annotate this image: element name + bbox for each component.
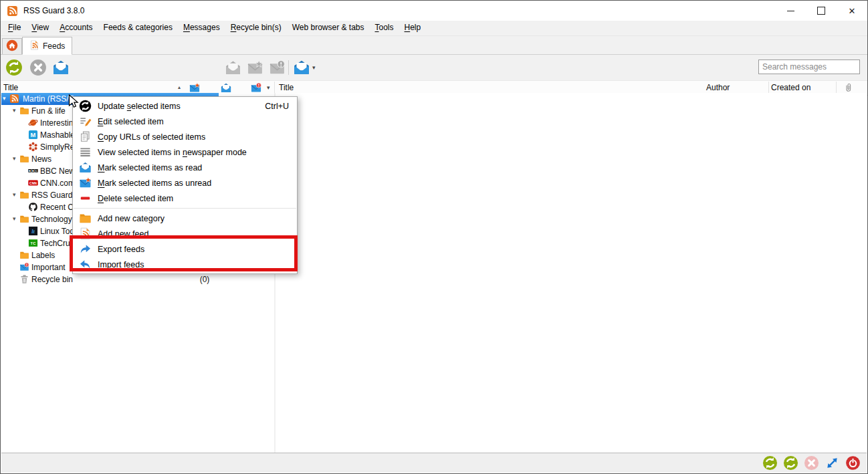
folder-icon xyxy=(19,106,29,116)
refresh-icon xyxy=(78,100,92,113)
expander-icon[interactable]: ▾ xyxy=(13,191,16,198)
rss-guard-window: RSS Guard 3.8.0 ✕ File View Accounts Fee… xyxy=(0,0,868,474)
stop-update-button[interactable] xyxy=(804,455,819,471)
feed-title: Mashable xyxy=(40,130,75,140)
minus-icon xyxy=(78,192,92,205)
sort-ascending-icon[interactable]: ▴ xyxy=(178,84,181,90)
mark-message-important-button[interactable] xyxy=(267,58,286,77)
feed-title: Fun & life xyxy=(31,106,66,116)
quit-button[interactable] xyxy=(845,455,861,471)
menu-item-label: Mark selected items as unread xyxy=(98,179,211,188)
context-menu-item[interactable]: Delete selected item xyxy=(73,191,297,206)
paperclip-icon[interactable] xyxy=(841,82,855,94)
mark-message-read-button[interactable] xyxy=(223,58,242,77)
minimize-icon xyxy=(787,11,794,11)
context-menu-item[interactable]: View selected items in newspaper mode xyxy=(73,144,297,160)
export-arrow-icon xyxy=(78,243,92,256)
message-created-header[interactable]: Created on xyxy=(771,83,810,92)
context-menu-item[interactable]: Mark selected items as unread xyxy=(73,175,297,191)
github-icon xyxy=(28,202,38,212)
feed-title: TechCrun xyxy=(40,239,74,248)
feed-title: Linux Tod xyxy=(40,227,74,236)
main-toolbar: ▾ xyxy=(1,55,867,81)
menu-bar: File View Accounts Feeds & categories Me… xyxy=(1,21,867,36)
menu-feeds-categories[interactable]: Feeds & categories xyxy=(98,21,178,35)
menu-recycle-bins[interactable]: Recycle bin(s) xyxy=(225,21,287,35)
import-arrow-icon xyxy=(78,258,92,271)
menu-accounts[interactable]: Accounts xyxy=(54,21,98,35)
tab-feeds[interactable]: Feeds xyxy=(22,37,72,55)
menu-item-label: Mark selected items as read xyxy=(98,163,202,172)
window-title: RSS Guard 3.8.0 xyxy=(23,6,84,15)
minimize-button[interactable] xyxy=(775,1,806,21)
envelope-star-icon[interactable] xyxy=(187,82,202,94)
context-menu-item[interactable]: Update selected itemsCtrl+U xyxy=(73,98,297,114)
status-bar xyxy=(1,453,867,473)
feed-title: News xyxy=(31,154,51,164)
edit-icon xyxy=(78,115,92,128)
update-all-feeds-button[interactable] xyxy=(5,58,23,77)
context-menu-item[interactable]: Edit selected item xyxy=(73,114,297,129)
feed-list-title-header[interactable]: Title xyxy=(3,83,18,92)
context-menu-item[interactable]: Import feeds xyxy=(73,257,297,272)
menu-view[interactable]: View xyxy=(26,21,54,35)
maximize-button[interactable] xyxy=(806,1,837,21)
mark-read-button[interactable] xyxy=(51,58,70,77)
context-menu-item[interactable]: Add new feed xyxy=(73,226,297,241)
cnn-icon xyxy=(28,178,38,188)
mark-all-read-button[interactable] xyxy=(292,58,311,77)
menu-item-label: Delete selected item xyxy=(98,194,173,203)
rss-page-icon xyxy=(29,40,39,52)
menu-web-browser-tabs[interactable]: Web browser & tabs xyxy=(287,21,370,35)
toolbar-separator xyxy=(288,60,289,75)
envelope-open-icon xyxy=(78,161,92,174)
update-feeds-button[interactable] xyxy=(762,455,778,471)
feed-title: Recent C xyxy=(40,203,74,212)
menu-messages[interactable]: Messages xyxy=(178,21,225,35)
maximize-icon xyxy=(817,7,825,15)
feed-title: Martin (RSS/R xyxy=(23,94,74,104)
expander-icon[interactable]: ▾ xyxy=(13,215,16,222)
message-author-header[interactable]: Author xyxy=(706,83,730,92)
copy-icon xyxy=(78,130,92,144)
bbc-icon xyxy=(28,166,38,176)
feed-tree-row[interactable]: Recycle bin(0) xyxy=(1,273,274,285)
app-rss-icon xyxy=(7,5,18,17)
feed-title: Labels xyxy=(31,251,55,260)
envelope-open-icon[interactable] xyxy=(219,82,233,94)
envelope-exclamation-icon xyxy=(19,262,29,272)
expander-icon[interactable]: ▾ xyxy=(13,155,16,162)
expander-icon[interactable]: ▾ xyxy=(13,107,16,114)
chevron-down-icon[interactable]: ▾ xyxy=(312,64,316,71)
tab-feeds-label: Feeds xyxy=(43,41,65,51)
search-input[interactable] xyxy=(758,60,860,74)
folder-icon xyxy=(19,214,29,224)
context-menu-item[interactable]: Copy URLs of selected items xyxy=(73,129,297,144)
stop-update-button[interactable] xyxy=(29,58,47,77)
message-title-header[interactable]: Title xyxy=(279,83,294,92)
mark-message-starred-button[interactable] xyxy=(245,58,264,77)
feed-title: Technology xyxy=(31,215,72,224)
feed-title: CNN.com xyxy=(40,179,75,188)
menu-file[interactable]: File xyxy=(3,21,26,35)
flower-icon xyxy=(28,142,38,152)
menu-help[interactable]: Help xyxy=(399,21,427,35)
close-button[interactable]: ✕ xyxy=(837,1,867,21)
update-all-button[interactable] xyxy=(783,455,798,471)
context-menu-item[interactable]: Export feeds xyxy=(73,241,297,257)
menu-shortcut: Ctrl+U xyxy=(265,102,292,111)
fullscreen-button[interactable] xyxy=(825,455,840,471)
feed-title: RSS Guard xyxy=(31,191,72,200)
home-icon xyxy=(6,39,18,53)
feed-title: Important xyxy=(31,263,66,272)
trash-icon xyxy=(19,274,29,284)
tab-home[interactable] xyxy=(2,38,22,54)
expander-icon[interactable]: ▾ xyxy=(3,95,6,102)
menu-tools[interactable]: Tools xyxy=(370,21,399,35)
menu-item-label: Update selected items xyxy=(98,102,181,111)
envelope-exclamation-icon[interactable] xyxy=(249,82,263,94)
chevron-down-icon[interactable]: ▾ xyxy=(267,84,270,91)
menu-item-label: Add new category xyxy=(98,214,165,223)
context-menu-item[interactable]: Add new category xyxy=(73,211,297,226)
context-menu-item[interactable]: Mark selected items as read xyxy=(73,160,297,175)
